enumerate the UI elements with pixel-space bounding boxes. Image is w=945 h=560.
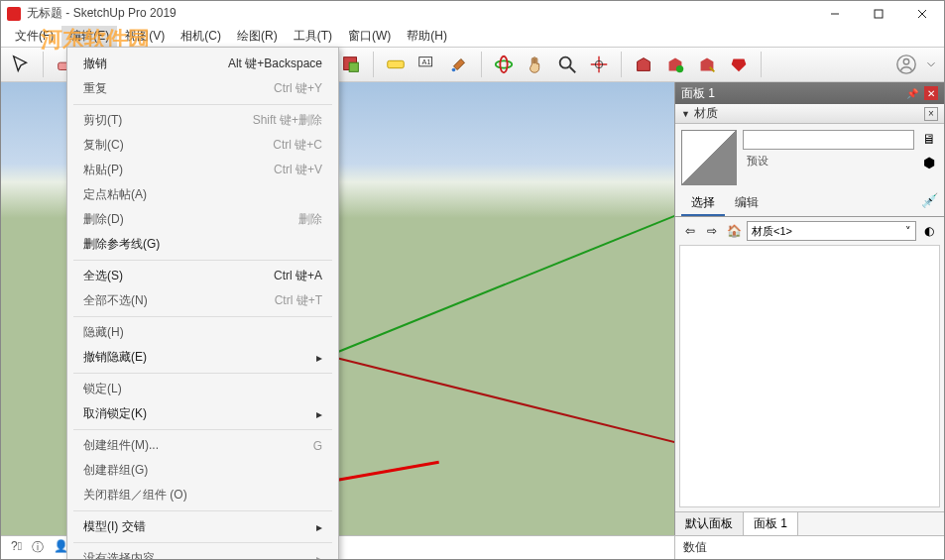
- value-label: 数值: [683, 539, 707, 556]
- menu-window[interactable]: 窗口(W): [340, 26, 399, 47]
- svg-point-12: [496, 60, 513, 67]
- menu-file[interactable]: 文件(F): [7, 26, 61, 47]
- eyedropper-icon[interactable]: 💉: [920, 191, 938, 209]
- info-icon[interactable]: ⓘ: [32, 539, 44, 556]
- extension-tool-2[interactable]: [693, 51, 721, 78]
- select-tool[interactable]: [7, 51, 35, 78]
- menu-item[interactable]: 模型(I) 交错▸: [67, 514, 338, 539]
- svg-point-11: [452, 68, 456, 72]
- user-icon[interactable]: [892, 51, 920, 78]
- app-icon: [7, 7, 21, 21]
- menu-view[interactable]: 视图(V): [117, 26, 173, 47]
- menu-item[interactable]: 取消锁定(K)▸: [67, 401, 338, 426]
- menu-draw[interactable]: 绘图(R): [229, 26, 286, 47]
- menu-item: 剪切(T)Shift 键+删除: [67, 108, 338, 133]
- minimize-button[interactable]: [813, 1, 857, 26]
- menu-item: 复制(C)Ctrl 键+C: [67, 133, 338, 158]
- menu-item: 关闭群组／组件 (O): [67, 483, 338, 507]
- close-button[interactable]: [900, 1, 944, 26]
- menu-tools[interactable]: 工具(T): [286, 26, 340, 47]
- svg-rect-8: [388, 60, 405, 67]
- titlebar: 无标题 - SketchUp Pro 2019: [1, 1, 944, 26]
- tab-edit[interactable]: 编辑: [725, 191, 768, 216]
- svg-rect-7: [349, 62, 358, 71]
- menu-item: 粘贴(P)Ctrl 键+V: [67, 158, 338, 182]
- svg-line-15: [570, 67, 576, 73]
- material-name-input[interactable]: [743, 130, 914, 150]
- tray-close-icon[interactable]: ✕: [924, 86, 938, 100]
- svg-rect-1: [875, 10, 883, 18]
- materials-title: 材质: [694, 105, 718, 122]
- svg-point-19: [903, 59, 909, 65]
- bottom-tab-panel1[interactable]: 面板 1: [744, 512, 798, 535]
- extension-tool-1[interactable]: [661, 51, 689, 78]
- menu-item: 没有选择内容▸: [67, 546, 338, 560]
- text-tool[interactable]: A1: [413, 51, 441, 78]
- tray-panel: 面板 1 📌 ✕ ▼ 材质 × 预设 🖥 ⬢ 选择 编辑 💉 ⇦: [674, 82, 944, 535]
- menu-item: 锁定(L): [67, 377, 338, 401]
- tab-select[interactable]: 选择: [681, 191, 725, 216]
- scale-tool[interactable]: [337, 51, 365, 78]
- menu-item[interactable]: 撤销隐藏(E)▸: [67, 345, 338, 370]
- svg-point-14: [560, 57, 571, 68]
- menu-edit[interactable]: 编辑(E): [61, 26, 117, 47]
- menu-item[interactable]: 撤销Alt 键+Backspace: [67, 52, 338, 76]
- details-icon[interactable]: ◐: [920, 222, 938, 240]
- orbit-tool[interactable]: [490, 51, 518, 78]
- window-title: 无标题 - SketchUp Pro 2019: [27, 5, 177, 22]
- menu-item[interactable]: 删除参考线(G): [67, 232, 338, 257]
- bottom-tab-default[interactable]: 默认面板: [675, 512, 744, 535]
- menu-item: 创建群组(G): [67, 458, 338, 483]
- menu-item[interactable]: 全选(S)Ctrl 键+A: [67, 264, 338, 288]
- material-swatch[interactable]: [681, 130, 737, 185]
- tray-title: 面板 1: [681, 85, 715, 102]
- collapse-icon[interactable]: ▼: [681, 109, 690, 119]
- paint-tool[interactable]: [445, 51, 473, 78]
- edit-menu-dropdown: 撤销Alt 键+Backspace重复Ctrl 键+Y剪切(T)Shift 键+…: [66, 47, 339, 560]
- zoom-extents-tool[interactable]: [585, 51, 613, 78]
- menu-item: 创建组件(M)...G: [67, 433, 338, 458]
- svg-point-13: [500, 56, 507, 73]
- materials-header[interactable]: ▼ 材质 ×: [675, 104, 944, 124]
- menubar: 文件(F) 编辑(E) 视图(V) 相机(C) 绘图(R) 工具(T) 窗口(W…: [1, 26, 944, 47]
- warehouse-tool[interactable]: [630, 51, 657, 78]
- materials-close-icon[interactable]: ×: [924, 107, 938, 121]
- svg-point-17: [676, 65, 683, 72]
- help-icon[interactable]: ?⃝: [11, 539, 22, 556]
- zoom-tool[interactable]: [553, 51, 581, 78]
- menu-item: 删除(D)删除: [67, 207, 338, 232]
- menu-item: 全部不选(N)Ctrl 键+T: [67, 288, 338, 313]
- home-icon[interactable]: 🏠: [725, 222, 743, 240]
- menu-item: 定点粘帖(A): [67, 182, 338, 207]
- material-preset-label: 预设: [743, 154, 914, 173]
- tape-tool[interactable]: [382, 51, 410, 78]
- maximize-button[interactable]: [857, 1, 900, 26]
- tray-header[interactable]: 面板 1 📌 ✕: [675, 82, 944, 104]
- display-icon[interactable]: 🖥: [920, 130, 938, 148]
- material-select[interactable]: 材质<1>˅: [747, 221, 916, 241]
- pin-icon[interactable]: 📌: [906, 88, 918, 99]
- nav-forward-icon[interactable]: ⇨: [703, 222, 721, 240]
- pan-tool[interactable]: [522, 51, 549, 78]
- menu-help[interactable]: 帮助(H): [399, 26, 455, 47]
- svg-text:A1: A1: [422, 57, 431, 66]
- menu-item: 隐藏(H): [67, 320, 338, 345]
- user-dropdown[interactable]: [924, 51, 938, 78]
- material-list[interactable]: [679, 245, 940, 507]
- nav-back-icon[interactable]: ⇦: [681, 222, 699, 240]
- ruby-tool[interactable]: [725, 51, 753, 78]
- menu-item: 重复Ctrl 键+Y: [67, 76, 338, 101]
- menu-camera[interactable]: 相机(C): [173, 26, 229, 47]
- create-material-icon[interactable]: ⬢: [920, 154, 938, 171]
